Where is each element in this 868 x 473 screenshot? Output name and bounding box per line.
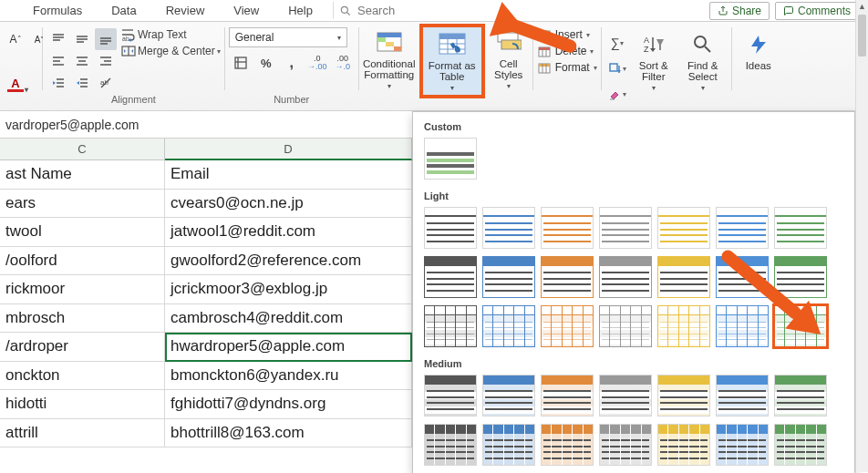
cell-email[interactable]: bhottrill8@163.com — [165, 419, 412, 448]
autosum-button[interactable]: ∑ ▾ — [606, 32, 628, 54]
format-label: Format — [555, 61, 590, 74]
cell-email[interactable]: cvears0@ocn.ne.jp — [165, 190, 412, 219]
scroll-thumb[interactable] — [858, 15, 866, 57]
table-style-swatch[interactable] — [424, 207, 477, 249]
wrap-text-button[interactable]: ab Wrap Text — [121, 27, 221, 42]
delete-icon — [537, 44, 552, 58]
column-header-d[interactable]: D — [165, 139, 412, 160]
table-style-swatch[interactable] — [774, 375, 827, 416]
comments-button[interactable]: Comments — [775, 2, 859, 20]
header-cell-lastname[interactable]: ast Name — [0, 160, 165, 190]
cell-lastname[interactable]: onckton — [0, 362, 165, 391]
increase-decimal-button[interactable]: .0→.00 — [306, 52, 328, 74]
align-top-button[interactable] — [47, 28, 69, 50]
table-style-swatch[interactable] — [424, 305, 477, 347]
comma-button[interactable]: , — [281, 52, 303, 74]
accounting-format-button[interactable] — [230, 52, 252, 74]
table-style-swatch[interactable] — [774, 256, 827, 298]
table-style-swatch[interactable] — [424, 375, 477, 416]
cell-email[interactable]: hwardroper5@apple.com — [165, 333, 412, 362]
table-style-swatch[interactable] — [657, 305, 710, 347]
table-style-swatch[interactable] — [482, 207, 535, 249]
table-style-swatch[interactable] — [482, 305, 535, 347]
table-style-swatch[interactable] — [541, 305, 594, 347]
find-select-button[interactable]: Find & Select▾ — [678, 27, 728, 98]
table-style-swatch[interactable] — [657, 424, 710, 466]
table-style-swatch[interactable] — [424, 138, 477, 180]
ideas-button[interactable]: Ideas — [736, 27, 781, 98]
font-color-button[interactable]: A▾ — [5, 72, 26, 94]
format-as-table-button[interactable]: Format as Table▾ — [419, 24, 485, 98]
cell-email[interactable]: jatwool1@reddit.com — [165, 218, 412, 247]
table-style-swatch[interactable] — [541, 424, 594, 466]
percent-button[interactable]: % — [255, 52, 277, 74]
table-style-swatch[interactable] — [541, 375, 594, 416]
table-style-swatch[interactable] — [424, 256, 477, 298]
cell-lastname[interactable]: rickmoor — [0, 275, 165, 304]
table-style-swatch[interactable] — [482, 375, 535, 416]
svg-text:A: A — [644, 36, 649, 45]
cell-lastname[interactable]: hidotti — [0, 390, 165, 419]
table-style-swatch[interactable] — [599, 305, 652, 347]
merge-center-button[interactable]: Merge & Center ▾ — [121, 44, 221, 58]
vertical-scrollbar[interactable]: ▲ — [855, 0, 868, 472]
table-style-swatch[interactable] — [541, 256, 594, 298]
table-style-swatch[interactable] — [774, 424, 827, 466]
table-style-swatch[interactable] — [482, 256, 535, 298]
scroll-up-button[interactable]: ▲ — [856, 0, 868, 13]
cell-email[interactable]: gwoolford2@reference.com — [165, 247, 412, 276]
cell-lastname[interactable]: mbrosch — [0, 304, 165, 334]
table-style-swatch[interactable] — [482, 424, 535, 466]
cell-email[interactable]: fghidotti7@dyndns.org — [165, 390, 412, 419]
cell-lastname[interactable]: /oolford — [0, 247, 165, 276]
clear-button[interactable]: ▾ — [606, 83, 628, 105]
table-style-swatch[interactable] — [716, 207, 769, 249]
table-style-swatch[interactable] — [716, 375, 769, 416]
decrease-decimal-button[interactable]: .00→.0 — [332, 52, 354, 74]
orientation-button[interactable]: ab — [95, 72, 117, 94]
cell-lastname[interactable]: /ardroper — [0, 333, 165, 362]
column-header-c[interactable]: C — [0, 139, 165, 160]
chevron-down-icon: ▾ — [507, 82, 511, 90]
table-style-swatch[interactable] — [716, 305, 769, 347]
table-style-swatch[interactable] — [541, 207, 594, 249]
tab-formulas[interactable]: Formulas — [18, 1, 97, 20]
table-style-swatch[interactable] — [657, 207, 710, 249]
number-format-combo[interactable]: General ▾ — [229, 27, 347, 47]
table-style-swatch[interactable] — [716, 424, 769, 466]
table-style-swatch[interactable] — [599, 424, 652, 466]
table-style-swatch[interactable] — [599, 207, 652, 249]
tab-help[interactable]: Help — [274, 1, 327, 20]
table-style-swatch[interactable] — [657, 375, 710, 416]
share-button[interactable]: Share — [709, 2, 770, 20]
cell-lastname[interactable]: attrill — [0, 419, 165, 448]
table-style-swatch[interactable] — [599, 375, 652, 416]
cell-lastname[interactable]: twool — [0, 218, 165, 247]
table-style-swatch[interactable] — [424, 424, 477, 466]
tab-review[interactable]: Review — [151, 1, 220, 20]
conditional-formatting-button[interactable]: Conditional Formatting▾ — [359, 26, 419, 97]
align-left-button[interactable] — [47, 50, 69, 72]
align-right-button[interactable] — [95, 50, 117, 72]
increase-indent-button[interactable] — [71, 72, 93, 94]
align-center-button[interactable] — [71, 50, 93, 72]
sort-filter-button[interactable]: AZ Sort & Filter▾ — [629, 27, 678, 98]
cell-email[interactable]: bmonckton6@yandex.ru — [165, 362, 412, 391]
fill-button[interactable]: ▾ — [606, 57, 628, 79]
tab-view[interactable]: View — [219, 1, 274, 20]
table-style-swatch[interactable] — [599, 256, 652, 298]
decrease-indent-button[interactable] — [47, 72, 69, 94]
cell-email[interactable]: jcrickmoor3@exblog.jp — [165, 275, 412, 304]
tell-me-search[interactable]: Search — [333, 2, 400, 19]
cell-lastname[interactable]: ears — [0, 190, 165, 219]
format-cells-button[interactable]: Format▾ — [537, 60, 597, 75]
header-cell-email[interactable]: Email — [165, 160, 412, 190]
cell-email[interactable]: cambrosch4@reddit.com — [165, 304, 412, 334]
align-bottom-button[interactable] — [95, 28, 117, 50]
align-middle-button[interactable] — [71, 28, 93, 50]
number-format-value: General — [235, 31, 274, 44]
increase-font-button[interactable]: A˄ — [5, 28, 26, 50]
table-style-swatch[interactable] — [774, 207, 827, 249]
tab-data[interactable]: Data — [97, 1, 150, 20]
table-style-swatch[interactable] — [657, 256, 710, 298]
